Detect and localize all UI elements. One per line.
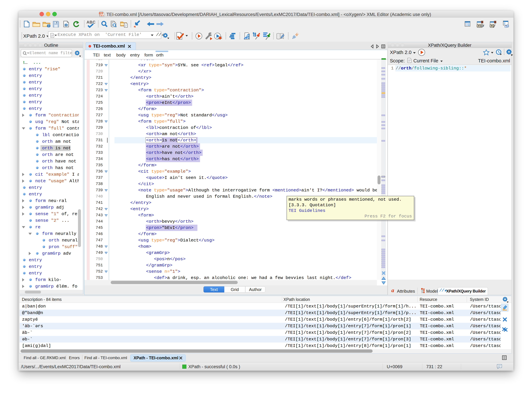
svg-text:<●>: <●> <box>99 14 104 17</box>
svg-text:!: ! <box>23 60 25 65</box>
svg-text:XQ: XQ <box>490 24 495 27</box>
svg-text:XSLT: XSLT <box>477 24 484 27</box>
svg-text:XML: XML <box>99 12 103 14</box>
